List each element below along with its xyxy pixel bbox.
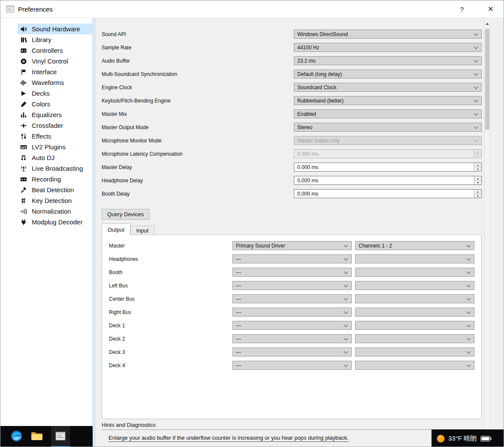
help-button[interactable]: ? <box>452 0 472 18</box>
sidebar-item-label: Effects <box>32 133 51 140</box>
right-bus-device-select[interactable]: --- <box>232 308 352 317</box>
preferences-window: Preferences ? × Sound Hardware Library C… <box>0 0 504 447</box>
routing-label: Right Bus <box>109 309 232 315</box>
sidebar-item-normalization[interactable]: Normalization <box>18 206 92 217</box>
audio-buffer-select[interactable]: 23.2 ms <box>294 56 482 65</box>
headphone-delay-spinbox[interactable]: 0.000 ms▲▼ <box>294 176 482 185</box>
scrollbar[interactable] <box>484 20 490 447</box>
sidebar-item-sound-hardware[interactable]: Sound Hardware <box>18 24 92 34</box>
sidebar-item-key-detection[interactable]: Key Detection <box>18 195 92 206</box>
recording-icon <box>20 176 27 183</box>
sidebar-item-interface[interactable]: Interface <box>18 66 92 77</box>
sidebar-item-modplug-decoder[interactable]: Modplug Decoder <box>18 217 92 227</box>
deck3-channels-select[interactable] <box>355 347 474 356</box>
scrollbar-thumb[interactable] <box>485 29 489 130</box>
play-icon <box>20 90 27 97</box>
sidebar-item-waveforms[interactable]: Waveforms <box>18 77 92 88</box>
sidebar-item-vinyl-control[interactable]: Vinyl Control <box>18 56 92 66</box>
deck1-device-select[interactable]: --- <box>232 321 352 330</box>
sidebar-item-equalizers[interactable]: Equalizers <box>18 109 92 120</box>
spin-up-icon[interactable]: ▲ <box>474 163 481 167</box>
booth-device-select[interactable]: --- <box>232 268 352 277</box>
chevron-down-icon <box>467 243 471 248</box>
left-bus-channels-select[interactable] <box>355 281 474 290</box>
hint-text: Enlarge your audio buffer if the underfl… <box>109 435 349 442</box>
sound-api-select[interactable]: Windows DirectSound <box>294 30 482 39</box>
deck1-channels-select[interactable] <box>355 321 474 330</box>
center-bus-channels-select[interactable] <box>355 294 474 303</box>
master-delay-spinbox[interactable]: 0.000 ms▲▼ <box>294 163 482 172</box>
crossfader-icon <box>20 122 27 129</box>
headphones-device-select[interactable]: --- <box>232 254 352 263</box>
routing-row: Headphones--- <box>109 254 481 263</box>
setting-row: Master MixEnabled <box>102 109 482 118</box>
sidebar-item-colors[interactable]: Colors <box>18 99 92 109</box>
center-bus-device-select[interactable]: --- <box>232 294 352 303</box>
deck4-channels-select[interactable] <box>355 361 474 370</box>
master-output-mode-select[interactable]: Stereo <box>294 123 482 132</box>
deck2-channels-select[interactable] <box>355 334 474 343</box>
deck3-device-select[interactable]: --- <box>232 347 352 356</box>
deck4-device-select[interactable]: --- <box>232 361 352 370</box>
deck2-device-select[interactable]: --- <box>232 334 352 343</box>
sidebar-item-crossfader[interactable]: Crossfader <box>18 120 92 131</box>
setting-label: Engine Clock <box>102 85 294 91</box>
booth-channels-select[interactable] <box>355 268 474 277</box>
taskbar-explorer-button[interactable] <box>28 426 45 447</box>
keylock-engine-select[interactable]: Rubberband (better) <box>294 96 482 105</box>
setting-row: Microphone Latency Compensation0.000 ms▲… <box>102 149 482 158</box>
taskbar-edge-button[interactable] <box>8 426 25 447</box>
routing-row: MasterPrimary Sound DriverChannels 1 - 2 <box>109 241 481 250</box>
sidebar-item-recording[interactable]: Recording <box>18 174 92 184</box>
multi-soundcard-sync-select[interactable]: Default (long delay) <box>294 69 482 79</box>
setting-row: Master Delay0.000 ms▲▼ <box>102 163 482 172</box>
engine-clock-select[interactable]: Soundcard Clock <box>294 83 482 92</box>
sidebar-item-lv2-plugins[interactable]: LV2LV2 Plugins <box>18 142 92 152</box>
vinyl-icon <box>20 58 27 65</box>
setting-row: Audio Buffer23.2 ms <box>102 56 482 65</box>
sidebar-item-live-broadcasting[interactable]: Live Broadcasting <box>18 163 92 174</box>
routing-row: Deck 2--- <box>109 334 481 343</box>
close-button[interactable]: × <box>478 0 504 18</box>
master-mix-select[interactable]: Enabled <box>294 109 482 118</box>
tab-output[interactable]: Output <box>102 224 130 235</box>
selected-value: --- <box>236 349 241 355</box>
scroll-up-button[interactable] <box>485 20 490 27</box>
headphones-channels-select[interactable] <box>355 254 474 263</box>
booth-delay-spinbox[interactable]: 0.000 ms▲▼ <box>294 189 482 198</box>
selected-value: Stereo <box>297 124 312 130</box>
spin-up-icon[interactable]: ▲ <box>474 190 481 194</box>
spin-down-icon[interactable]: ▼ <box>474 194 481 198</box>
sidebar-item-controllers[interactable]: Controllers <box>18 45 92 56</box>
chevron-down-icon <box>467 350 471 354</box>
taskbar-active-app-button[interactable] <box>51 426 70 447</box>
sidebar-item-effects[interactable]: Effects <box>18 131 92 142</box>
sample-rate-select[interactable]: 44100 Hz <box>294 43 482 52</box>
sidebar-item-label: Controllers <box>32 47 63 54</box>
setting-label: Headphone Delay <box>102 178 294 184</box>
selected-value: --- <box>236 256 241 262</box>
right-bus-channels-select[interactable] <box>355 308 474 317</box>
broadcast-icon <box>20 165 27 172</box>
taskbar-tray[interactable]: 33°F 晴朗 <box>432 429 504 447</box>
tab-input[interactable]: Input <box>130 226 154 235</box>
sidebar-item-beat-detection[interactable]: Beat Detection <box>18 184 92 195</box>
spin-down-icon[interactable]: ▼ <box>474 167 481 171</box>
sidebar-item-label: Waveforms <box>32 79 64 86</box>
spin-down-icon[interactable]: ▼ <box>474 181 481 184</box>
setting-label: Sound API <box>102 31 294 37</box>
spin-up-icon[interactable]: ▲ <box>474 176 481 181</box>
setting-row: Master Output ModeStereo <box>102 123 482 132</box>
library-icon <box>20 36 27 43</box>
chevron-down-icon <box>344 270 348 274</box>
sidebar-item-auto-dj[interactable]: Auto DJ <box>18 152 92 163</box>
weather-text[interactable]: 33°F 晴朗 <box>448 435 477 443</box>
sidebar-item-decks[interactable]: Decks <box>18 88 92 99</box>
left-bus-device-select[interactable]: --- <box>232 281 352 290</box>
master-channels-select[interactable]: Channels 1 - 2 <box>355 241 474 250</box>
query-devices-button[interactable]: Query Devices <box>102 209 149 220</box>
sidebar-item-library[interactable]: Library <box>18 34 92 45</box>
routing-label: Deck 4 <box>109 362 232 368</box>
selected-value: 44100 Hz <box>297 45 319 51</box>
master-device-select[interactable]: Primary Sound Driver <box>232 241 352 250</box>
